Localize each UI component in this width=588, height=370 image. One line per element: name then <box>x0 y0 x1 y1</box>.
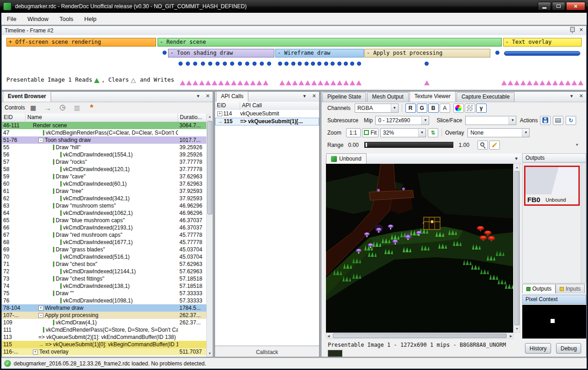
debug-button[interactable]: Debug <box>556 343 581 354</box>
draw-call-dot[interactable] <box>193 62 197 66</box>
write-marker-triangle[interactable] <box>311 80 317 85</box>
draw-call-dot[interactable] <box>267 62 271 66</box>
event-row[interactable]: 66 → vkCmdDrawIndexed(2193,1) 46.37037 <box>2 224 206 231</box>
event-row[interactable]: 75 → Draw "" 57.33333 <box>2 290 206 297</box>
draw-call-dot[interactable] <box>178 62 183 66</box>
event-row[interactable]: 51-76 − → Toon shading draw 1017.7... <box>2 136 206 144</box>
overlay-select[interactable]: None▼ <box>467 128 530 137</box>
col-eid[interactable]: EID <box>215 102 240 110</box>
col-name[interactable]: Name <box>26 114 178 122</box>
write-marker-triangle[interactable] <box>514 80 520 85</box>
range-min-value[interactable]: 0.00 <box>348 142 358 148</box>
range-handle[interactable] <box>366 143 367 147</box>
event-row[interactable]: 63 → Draw "mushroom stems" 46.96296 <box>2 202 206 209</box>
col-eid[interactable]: EID <box>2 114 26 122</box>
write-marker-triangle[interactable] <box>552 80 558 85</box>
draw-call-dot[interactable] <box>252 62 257 66</box>
channel-toggle-button[interactable]: R <box>405 104 416 113</box>
write-marker-triangle[interactable] <box>350 80 355 85</box>
write-marker-triangle[interactable] <box>193 80 198 85</box>
write-marker-triangle[interactable] <box>356 80 362 85</box>
write-marker-triangle[interactable] <box>225 80 230 85</box>
event-row[interactable]: 111 → vkCmdEndRenderPass(C=Store, D=Stor… <box>2 326 206 334</box>
panel-menu-icon[interactable]: ▾ <box>195 93 201 99</box>
close-icon[interactable]: ✕ <box>311 93 317 99</box>
write-marker-triangle[interactable] <box>286 80 291 85</box>
refresh-button[interactable]: ↻ <box>566 116 576 125</box>
panel-tab[interactable]: Capture Executable <box>457 92 514 102</box>
timeline-title-bar[interactable]: Timeline - Frame #2 ✕ <box>2 26 586 36</box>
draw-call-dot[interactable] <box>163 51 167 55</box>
menu-item[interactable]: Tools <box>54 14 79 24</box>
write-marker-triangle[interactable] <box>508 80 513 85</box>
scrollbar-thumb[interactable] <box>333 334 507 338</box>
write-marker-triangle[interactable] <box>244 80 249 85</box>
autofit-range-button[interactable] <box>489 141 500 150</box>
maximize-button[interactable] <box>552 2 565 10</box>
zoom-select[interactable]: 32%▼ <box>380 128 426 137</box>
draw-call-dot[interactable] <box>186 62 190 66</box>
write-marker-triangle[interactable] <box>324 80 330 85</box>
flip-y-button[interactable]: ⇅ <box>428 128 438 137</box>
event-row[interactable]: 65 → Draw "blue mushroom caps" 46.37037 <box>2 217 206 224</box>
minimize-button[interactable] <box>538 2 551 10</box>
write-marker-triangle[interactable] <box>180 80 185 85</box>
channel-toggle-button[interactable]: G <box>417 104 427 113</box>
event-row[interactable]: 74 → vkCmdDrawIndexed(138,1) 57.18518 <box>2 282 206 290</box>
draw-call-dot[interactable] <box>324 62 328 66</box>
tab-outputs[interactable]: Outputs <box>522 284 556 293</box>
scroll-right-icon[interactable]: ▶ <box>510 333 512 339</box>
texture-image[interactable] <box>326 164 513 333</box>
event-row[interactable]: 68 → vkCmdDrawIndexed(1677,1) 45.77778 <box>2 239 206 246</box>
event-row[interactable]: 109 → vkCmdDraw(4,1) 262.37... <box>2 319 206 326</box>
write-marker-triangle[interactable] <box>231 80 236 85</box>
zoom-fit-button[interactable]: Fit <box>362 128 378 137</box>
texture-list-dropdown-icon[interactable]: ▾ <box>513 156 520 162</box>
scroll-down-icon[interactable]: ▼ <box>207 350 213 357</box>
event-row[interactable]: 115 → => vkQueueSubmit(1)[0]: vkBeginCom… <box>2 341 206 348</box>
goto-eid-icon[interactable]: → <box>43 103 52 112</box>
write-marker-triangle[interactable] <box>299 80 304 85</box>
draw-call-dot[interactable] <box>331 62 335 66</box>
event-row[interactable]: 78-104 + → Wireframe draw 1784.5... <box>2 304 206 312</box>
texture-viewport[interactable] <box>326 164 513 333</box>
write-marker-triangle[interactable] <box>337 80 342 85</box>
event-row[interactable]: 60 → vkCmdDrawIndexed(60,1) 37.62963 <box>2 180 206 188</box>
draw-call-dot[interactable] <box>337 62 341 66</box>
event-row[interactable]: 61 → Draw "tree" 37.92593 <box>2 188 206 195</box>
write-marker-triangle[interactable] <box>305 80 310 85</box>
api-call-row[interactable]: + → 114 vkQueueSubmit <box>215 110 319 118</box>
channel-toggle-button[interactable]: B <box>428 104 439 113</box>
fb0-thumbnail[interactable]: FB0 Unbound <box>524 166 580 206</box>
draw-call-dot[interactable] <box>215 62 220 66</box>
scroll-left-icon[interactable]: ◀ <box>327 333 330 339</box>
callstack-splitter[interactable] <box>215 345 319 347</box>
write-marker-triangle[interactable] <box>501 80 507 85</box>
close-icon[interactable]: ✕ <box>578 27 584 33</box>
draw-call-dot[interactable] <box>278 62 282 66</box>
checkerboard-button[interactable] <box>465 104 475 113</box>
draw-call-dot[interactable] <box>350 62 354 66</box>
zoom-range-button[interactable] <box>478 141 488 150</box>
timeline-content[interactable]: + Off-screen scene rendering- Render sce… <box>2 35 586 90</box>
write-marker-triangle[interactable] <box>292 80 298 85</box>
draw-call-dot[interactable] <box>317 62 321 66</box>
scroll-up-icon[interactable]: ▲ <box>514 164 520 171</box>
stats-icon[interactable]: ▥ <box>73 103 82 112</box>
channel-toggle-button[interactable]: A <box>440 104 450 113</box>
event-row[interactable]: 73 → Draw "chest fittings" 57.18518 <box>2 275 206 282</box>
write-marker-triangle[interactable] <box>578 80 583 85</box>
event-row[interactable]: 69 → Draw "grass blades" 45.03704 <box>2 246 206 253</box>
event-row[interactable]: 107-... − → Apply post processing 262.37… <box>2 312 206 319</box>
pixel-context-view[interactable] <box>522 305 586 339</box>
write-marker-triangle[interactable] <box>263 80 268 85</box>
event-row[interactable]: 58 → vkCmdDrawIndexed(120,1) 37.77778 <box>2 166 206 173</box>
event-row[interactable]: 116-... + → Text overlay 511.7037 <box>2 348 206 355</box>
tree-expander[interactable]: + <box>217 111 222 116</box>
draw-call-dot[interactable] <box>298 62 302 66</box>
draw-call-dot[interactable] <box>344 62 348 66</box>
draw-call-dot[interactable] <box>291 62 295 66</box>
write-marker-triangle[interactable] <box>343 80 349 85</box>
write-marker-triangle[interactable] <box>572 80 577 85</box>
viewport-hscrollbar[interactable]: ◀ ▶ <box>326 333 514 339</box>
